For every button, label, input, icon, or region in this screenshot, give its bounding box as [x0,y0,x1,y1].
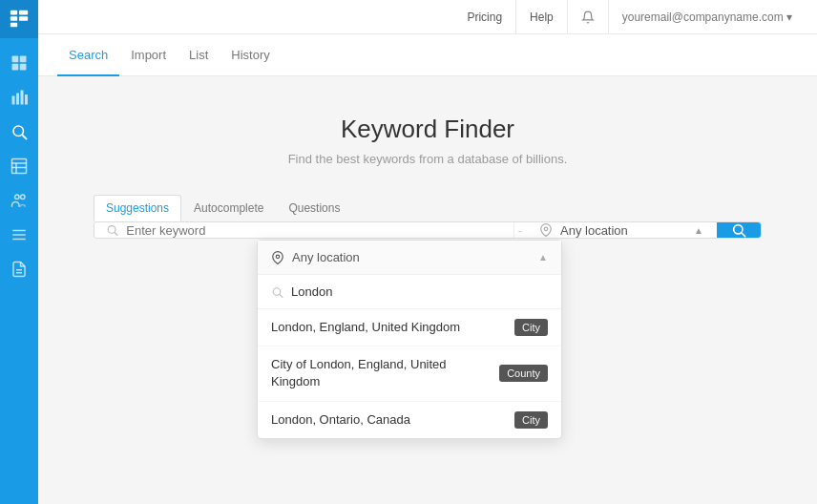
svg-line-27 [115,232,117,235]
dropdown-location-icon [271,251,284,264]
sidebar [0,0,38,504]
logo[interactable] [0,0,38,38]
topbar: Pricing Help youremail@companyname.com ▾ [38,0,817,34]
help-link[interactable]: Help [516,0,568,34]
location-city-of-london[interactable]: City of London, England, United Kingdom … [258,346,561,401]
svg-point-28 [544,227,548,231]
nav-tabs: Search Import List History [38,34,817,76]
sidebar-item-list[interactable] [0,218,38,252]
dropdown-header-text: Any location [292,250,538,264]
location-dropdown: Any location ▲ London, England, United [257,240,562,439]
tab-list[interactable]: List [178,34,220,76]
tab-search[interactable]: Search [57,34,119,76]
search-tab-questions[interactable]: Questions [276,195,352,221]
search-button[interactable] [717,222,761,238]
search-button-icon [731,222,746,238]
content-area: Search Import List History Keyword Finde… [38,34,817,504]
svg-rect-7 [12,64,19,71]
page-content: Keyword Finder Find the best keywords fr… [38,76,817,258]
keyword-input[interactable] [126,223,501,238]
location-text: Any location [560,223,686,238]
notification-bell[interactable] [568,0,609,34]
sidebar-item-chart[interactable] [0,80,38,115]
location-london-canada[interactable]: London, Ontario, Canada City [258,402,561,438]
logo-icon [9,9,30,30]
svg-rect-4 [19,16,28,21]
svg-rect-3 [19,10,28,15]
search-tabs: Suggestions Autocomplete Questions [94,195,762,221]
search-bar: - Any location ▲ [94,221,762,239]
search-tab-autocomplete[interactable]: Autocomplete [181,195,276,221]
user-menu[interactable]: youremail@companyname.com ▾ [609,0,806,34]
page-subtitle: Find the best keywords from a database o… [288,152,568,166]
location-london-uk-text: London, England, United Kingdom [271,319,460,336]
location-caret-icon: ▲ [694,225,703,236]
svg-rect-12 [25,94,28,105]
keyword-search-icon [106,223,118,237]
tab-import[interactable]: Import [119,34,178,76]
location-city-of-london-badge: County [499,365,548,382]
svg-line-14 [22,135,26,138]
svg-rect-2 [10,23,17,28]
svg-rect-11 [21,91,24,105]
svg-point-20 [21,195,26,200]
pricing-link[interactable]: Pricing [453,0,516,34]
location-london-uk[interactable]: London, England, United Kingdom City [258,309,561,346]
svg-rect-6 [20,56,27,63]
location-selector[interactable]: Any location ▲ [526,222,717,238]
location-london-uk-badge: City [514,319,548,336]
keyword-input-wrapper [94,222,514,238]
sidebar-item-users[interactable] [0,183,38,218]
dropdown-search-icon [271,285,283,299]
svg-rect-8 [20,64,27,71]
sidebar-item-grid[interactable] [0,46,38,80]
svg-line-33 [280,294,283,297]
dropdown-search [258,275,561,309]
svg-rect-10 [16,94,19,105]
svg-point-31 [276,255,280,259]
svg-line-30 [742,233,745,237]
sidebar-item-doc[interactable] [0,252,38,286]
search-container: Suggestions Autocomplete Questions - [94,195,762,239]
svg-point-19 [15,195,20,200]
dropdown-search-input[interactable] [291,284,548,299]
svg-rect-15 [12,159,27,174]
location-city-of-london-text: City of London, England, United Kingdom [271,356,490,390]
location-london-canada-text: London, Ontario, Canada [271,411,410,429]
svg-rect-1 [10,16,17,21]
svg-rect-9 [12,96,15,105]
sidebar-item-table[interactable] [0,149,38,183]
svg-rect-5 [12,56,19,63]
tab-history[interactable]: History [220,34,281,76]
sidebar-item-search[interactable] [0,115,38,149]
dropdown-header[interactable]: Any location ▲ [258,241,561,275]
page-title: Keyword Finder [341,115,514,144]
search-tab-suggestions[interactable]: Suggestions [94,195,181,221]
location-london-canada-badge: City [514,411,548,429]
location-pin-icon [539,223,553,237]
dropdown-caret-icon: ▲ [538,252,548,262]
separator: - [514,222,526,238]
svg-rect-0 [10,10,17,15]
